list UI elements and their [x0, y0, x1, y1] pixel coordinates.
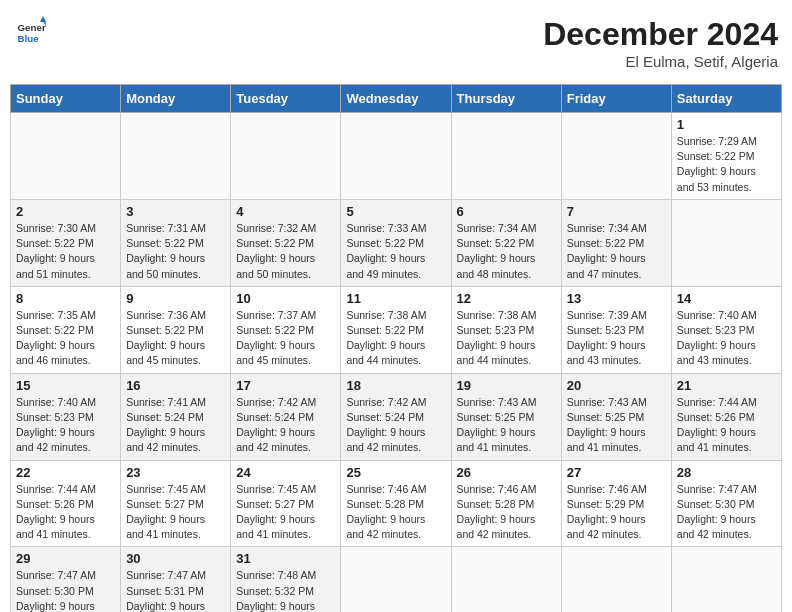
calendar-day-cell [11, 113, 121, 200]
day-sun-info: Sunrise: 7:47 AMSunset: 5:31 PMDaylight:… [126, 568, 225, 612]
day-sun-info: Sunrise: 7:42 AMSunset: 5:24 PMDaylight:… [346, 395, 445, 456]
calendar-day-cell: 24Sunrise: 7:45 AMSunset: 5:27 PMDayligh… [231, 460, 341, 547]
day-number: 5 [346, 204, 445, 219]
calendar-day-cell: 13Sunrise: 7:39 AMSunset: 5:23 PMDayligh… [561, 286, 671, 373]
day-number: 7 [567, 204, 666, 219]
day-number: 16 [126, 378, 225, 393]
day-number: 3 [126, 204, 225, 219]
calendar-week-row: 1Sunrise: 7:29 AMSunset: 5:22 PMDaylight… [11, 113, 782, 200]
calendar-day-cell: 31Sunrise: 7:48 AMSunset: 5:32 PMDayligh… [231, 547, 341, 612]
day-of-week-header: Friday [561, 85, 671, 113]
day-number: 18 [346, 378, 445, 393]
calendar-table: SundayMondayTuesdayWednesdayThursdayFrid… [10, 84, 782, 612]
calendar-day-cell: 18Sunrise: 7:42 AMSunset: 5:24 PMDayligh… [341, 373, 451, 460]
day-sun-info: Sunrise: 7:39 AMSunset: 5:23 PMDaylight:… [567, 308, 666, 369]
calendar-day-cell: 8Sunrise: 7:35 AMSunset: 5:22 PMDaylight… [11, 286, 121, 373]
calendar-day-cell [671, 199, 781, 286]
calendar-day-cell [561, 547, 671, 612]
day-sun-info: Sunrise: 7:43 AMSunset: 5:25 PMDaylight:… [567, 395, 666, 456]
day-of-week-header: Sunday [11, 85, 121, 113]
calendar-day-cell [341, 547, 451, 612]
calendar-day-cell: 5Sunrise: 7:33 AMSunset: 5:22 PMDaylight… [341, 199, 451, 286]
day-sun-info: Sunrise: 7:44 AMSunset: 5:26 PMDaylight:… [16, 482, 115, 543]
day-sun-info: Sunrise: 7:40 AMSunset: 5:23 PMDaylight:… [677, 308, 776, 369]
calendar-week-row: 8Sunrise: 7:35 AMSunset: 5:22 PMDaylight… [11, 286, 782, 373]
day-sun-info: Sunrise: 7:38 AMSunset: 5:23 PMDaylight:… [457, 308, 556, 369]
month-year-title: December 2024 [543, 16, 778, 53]
calendar-day-cell: 17Sunrise: 7:42 AMSunset: 5:24 PMDayligh… [231, 373, 341, 460]
day-number: 11 [346, 291, 445, 306]
calendar-day-cell: 30Sunrise: 7:47 AMSunset: 5:31 PMDayligh… [121, 547, 231, 612]
calendar-day-cell: 16Sunrise: 7:41 AMSunset: 5:24 PMDayligh… [121, 373, 231, 460]
page-header: General Blue December 2024 El Eulma, Set… [10, 10, 782, 76]
location-subtitle: El Eulma, Setif, Algeria [543, 53, 778, 70]
day-number: 25 [346, 465, 445, 480]
calendar-week-row: 2Sunrise: 7:30 AMSunset: 5:22 PMDaylight… [11, 199, 782, 286]
day-of-week-header: Monday [121, 85, 231, 113]
day-sun-info: Sunrise: 7:46 AMSunset: 5:28 PMDaylight:… [457, 482, 556, 543]
calendar-day-cell: 14Sunrise: 7:40 AMSunset: 5:23 PMDayligh… [671, 286, 781, 373]
day-sun-info: Sunrise: 7:36 AMSunset: 5:22 PMDaylight:… [126, 308, 225, 369]
day-sun-info: Sunrise: 7:45 AMSunset: 5:27 PMDaylight:… [126, 482, 225, 543]
calendar-day-cell: 26Sunrise: 7:46 AMSunset: 5:28 PMDayligh… [451, 460, 561, 547]
day-number: 12 [457, 291, 556, 306]
calendar-day-cell: 22Sunrise: 7:44 AMSunset: 5:26 PMDayligh… [11, 460, 121, 547]
day-number: 23 [126, 465, 225, 480]
day-number: 4 [236, 204, 335, 219]
calendar-day-cell: 10Sunrise: 7:37 AMSunset: 5:22 PMDayligh… [231, 286, 341, 373]
day-number: 28 [677, 465, 776, 480]
calendar-day-cell: 11Sunrise: 7:38 AMSunset: 5:22 PMDayligh… [341, 286, 451, 373]
calendar-day-cell: 29Sunrise: 7:47 AMSunset: 5:30 PMDayligh… [11, 547, 121, 612]
calendar-body: 1Sunrise: 7:29 AMSunset: 5:22 PMDaylight… [11, 113, 782, 613]
day-sun-info: Sunrise: 7:48 AMSunset: 5:32 PMDaylight:… [236, 568, 335, 612]
day-number: 30 [126, 551, 225, 566]
day-number: 2 [16, 204, 115, 219]
day-sun-info: Sunrise: 7:42 AMSunset: 5:24 PMDaylight:… [236, 395, 335, 456]
day-number: 29 [16, 551, 115, 566]
calendar-day-cell: 7Sunrise: 7:34 AMSunset: 5:22 PMDaylight… [561, 199, 671, 286]
day-number: 13 [567, 291, 666, 306]
day-sun-info: Sunrise: 7:32 AMSunset: 5:22 PMDaylight:… [236, 221, 335, 282]
day-number: 27 [567, 465, 666, 480]
day-of-week-header: Wednesday [341, 85, 451, 113]
calendar-day-cell [121, 113, 231, 200]
calendar-day-cell: 2Sunrise: 7:30 AMSunset: 5:22 PMDaylight… [11, 199, 121, 286]
day-of-week-header: Thursday [451, 85, 561, 113]
svg-text:Blue: Blue [18, 33, 40, 44]
day-number: 10 [236, 291, 335, 306]
calendar-day-cell [451, 113, 561, 200]
calendar-day-cell: 25Sunrise: 7:46 AMSunset: 5:28 PMDayligh… [341, 460, 451, 547]
day-number: 24 [236, 465, 335, 480]
calendar-day-cell [231, 113, 341, 200]
day-sun-info: Sunrise: 7:46 AMSunset: 5:29 PMDaylight:… [567, 482, 666, 543]
day-sun-info: Sunrise: 7:34 AMSunset: 5:22 PMDaylight:… [567, 221, 666, 282]
calendar-day-cell: 12Sunrise: 7:38 AMSunset: 5:23 PMDayligh… [451, 286, 561, 373]
day-number: 9 [126, 291, 225, 306]
day-number: 8 [16, 291, 115, 306]
calendar-day-cell: 23Sunrise: 7:45 AMSunset: 5:27 PMDayligh… [121, 460, 231, 547]
day-number: 17 [236, 378, 335, 393]
day-sun-info: Sunrise: 7:37 AMSunset: 5:22 PMDaylight:… [236, 308, 335, 369]
day-sun-info: Sunrise: 7:47 AMSunset: 5:30 PMDaylight:… [677, 482, 776, 543]
day-number: 6 [457, 204, 556, 219]
day-sun-info: Sunrise: 7:38 AMSunset: 5:22 PMDaylight:… [346, 308, 445, 369]
day-number: 14 [677, 291, 776, 306]
calendar-day-cell [671, 547, 781, 612]
day-number: 26 [457, 465, 556, 480]
day-of-week-header: Saturday [671, 85, 781, 113]
day-sun-info: Sunrise: 7:30 AMSunset: 5:22 PMDaylight:… [16, 221, 115, 282]
day-number: 1 [677, 117, 776, 132]
day-number: 31 [236, 551, 335, 566]
calendar-day-cell: 27Sunrise: 7:46 AMSunset: 5:29 PMDayligh… [561, 460, 671, 547]
day-sun-info: Sunrise: 7:44 AMSunset: 5:26 PMDaylight:… [677, 395, 776, 456]
calendar-day-cell: 21Sunrise: 7:44 AMSunset: 5:26 PMDayligh… [671, 373, 781, 460]
svg-text:General: General [18, 22, 47, 33]
day-number: 19 [457, 378, 556, 393]
day-sun-info: Sunrise: 7:33 AMSunset: 5:22 PMDaylight:… [346, 221, 445, 282]
day-number: 22 [16, 465, 115, 480]
day-of-week-header: Tuesday [231, 85, 341, 113]
calendar-day-cell [451, 547, 561, 612]
day-sun-info: Sunrise: 7:43 AMSunset: 5:25 PMDaylight:… [457, 395, 556, 456]
calendar-week-row: 15Sunrise: 7:40 AMSunset: 5:23 PMDayligh… [11, 373, 782, 460]
calendar-day-cell: 4Sunrise: 7:32 AMSunset: 5:22 PMDaylight… [231, 199, 341, 286]
